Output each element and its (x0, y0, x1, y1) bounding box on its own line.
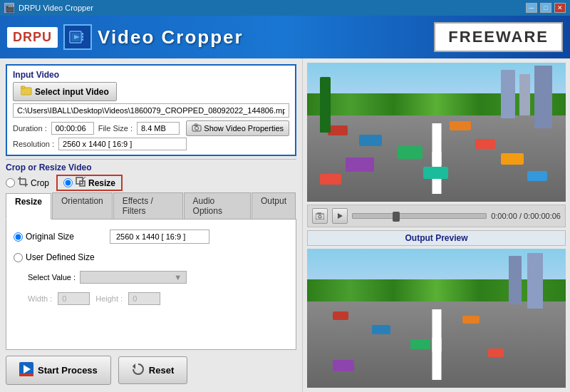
tab-audio[interactable]: Audio Options (184, 192, 251, 219)
start-icon (19, 362, 33, 378)
original-size-value: 2560 x 1440 [ 16:9 ] (110, 229, 209, 244)
car-5 (475, 139, 495, 149)
resize-icon (76, 177, 86, 189)
svg-rect-3 (82, 33, 83, 35)
svg-rect-22 (316, 214, 324, 220)
original-size-option[interactable]: Original Size (14, 232, 104, 242)
full-left-layout: Input Video Select input Video Duration … (6, 64, 296, 386)
reset-label: Reset (149, 365, 174, 376)
time-display: 0:00:00 / 0:00:00:06 (491, 212, 561, 220)
close-button[interactable]: ✕ (554, 3, 566, 13)
height-input[interactable] (128, 292, 160, 305)
resize-radio[interactable] (63, 178, 73, 187)
svg-rect-10 (195, 124, 197, 126)
out-car-1 (333, 311, 348, 320)
window-title: DRPU Video Cropper (19, 4, 93, 12)
bottom-buttons: Start Process Reset (6, 350, 296, 386)
tab-output[interactable]: Output (252, 192, 296, 219)
car-8 (423, 167, 448, 179)
select-value-row: Select Value : ▼ (28, 271, 289, 284)
building-3 (534, 66, 552, 128)
tabs-row: Resize Orientation Effects / Filters Aud… (6, 192, 296, 220)
title-bar: 🎬 DRPU Video Cropper ─ □ ✕ (0, 0, 570, 16)
crop-label: Crop (31, 178, 49, 188)
select-value-dropdown[interactable]: ▼ (80, 271, 187, 284)
video-preview-box (307, 63, 566, 202)
car-1 (328, 125, 348, 135)
out-car-6 (333, 360, 354, 371)
drpu-logo: DRPU (7, 27, 58, 48)
height-label: Height : (95, 294, 123, 303)
header-banner: DRPU Video Cropper FREEWARE (0, 16, 570, 58)
user-defined-radio[interactable] (14, 253, 23, 262)
title-bar-left: 🎬 DRPU Video Cropper (4, 3, 93, 13)
select-video-label: Select input Video (35, 87, 109, 97)
input-video-section: Input Video Select input Video Duration … (6, 64, 296, 156)
start-process-button[interactable]: Start Process (6, 356, 111, 385)
svg-rect-5 (82, 38, 83, 41)
tab-orientation[interactable]: Orientation (52, 192, 113, 219)
file-size-value: 8.4 MB (137, 122, 180, 135)
svg-marker-25 (338, 213, 343, 219)
video-controls-bar: 0:00:00 / 0:00:00:06 (307, 205, 566, 227)
maximize-button[interactable]: □ (540, 3, 551, 13)
resize-option[interactable]: Resize (63, 177, 115, 189)
original-size-radio[interactable] (14, 232, 23, 242)
left-panel: Input Video Select input Video Duration … (0, 58, 303, 392)
out-building-1 (509, 256, 522, 304)
timeline-bar[interactable] (352, 213, 487, 219)
svg-marker-21 (133, 363, 135, 369)
show-video-properties-button[interactable]: Show Video Properties (186, 120, 289, 136)
crop-icon (18, 177, 28, 189)
file-size-label: File Size : (98, 124, 133, 133)
car-7 (501, 153, 524, 165)
svg-point-9 (195, 127, 199, 130)
reset-icon (132, 363, 145, 378)
tab-resize[interactable]: Resize (6, 193, 51, 220)
app-icon: 🎬 (4, 3, 14, 13)
out-building-2 (527, 253, 543, 309)
tabs-section: Resize Orientation Effects / Filters Aud… (6, 191, 296, 386)
main-preview-scene (307, 63, 566, 202)
dropdown-arrow-icon: ▼ (174, 273, 182, 282)
car-4 (398, 146, 423, 159)
duration-label: Duration : (13, 124, 47, 133)
building-2 (519, 74, 530, 116)
input-video-title: Input Video (13, 70, 289, 80)
tab-effects[interactable]: Effects / Filters (113, 192, 183, 219)
timeline-thumb[interactable] (393, 212, 400, 222)
output-preview-label: Output Preview (307, 230, 566, 246)
user-defined-row: User Defined Size (14, 252, 289, 262)
snapshot-button[interactable] (312, 208, 328, 224)
crop-resize-row: Crop (6, 175, 296, 191)
svg-rect-20 (19, 373, 33, 376)
select-value-label: Select Value : (28, 273, 76, 282)
file-path-input[interactable] (13, 103, 289, 118)
svg-rect-7 (21, 86, 25, 88)
video-icon-box (63, 24, 92, 50)
car-6 (346, 158, 374, 172)
show-props-label: Show Video Properties (204, 124, 284, 133)
select-input-video-button[interactable]: Select input Video (13, 82, 117, 101)
svg-rect-24 (318, 212, 321, 214)
app-title: Video Cropper (98, 26, 244, 48)
user-defined-label: User Defined Size (26, 252, 104, 262)
duration-value: 00:00:06 (51, 122, 94, 135)
play-button[interactable] (332, 208, 348, 224)
title-bar-controls: ─ □ ✕ (526, 3, 566, 13)
car-3 (450, 121, 471, 130)
header-left: DRPU Video Cropper (7, 24, 244, 50)
car-9 (320, 174, 341, 185)
output-preview-box (307, 249, 566, 388)
width-input[interactable] (58, 292, 90, 305)
output-preview-scene (307, 249, 566, 388)
crop-radio[interactable] (6, 178, 15, 187)
user-defined-option[interactable]: User Defined Size (14, 252, 104, 262)
reset-button[interactable]: Reset (118, 356, 187, 384)
minimize-button[interactable]: ─ (526, 3, 537, 13)
crop-option[interactable]: Crop (6, 177, 49, 189)
out-car-4 (410, 339, 430, 349)
original-size-label: Original Size (26, 232, 104, 242)
car-10 (527, 171, 547, 181)
car-2 (359, 135, 382, 146)
